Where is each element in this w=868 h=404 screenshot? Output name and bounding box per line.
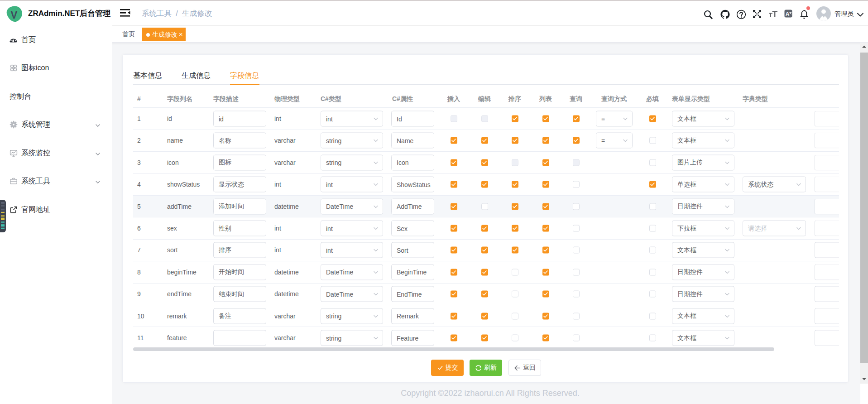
svg-text:A: A [786,11,790,17]
svg-text:V: V [10,9,18,21]
